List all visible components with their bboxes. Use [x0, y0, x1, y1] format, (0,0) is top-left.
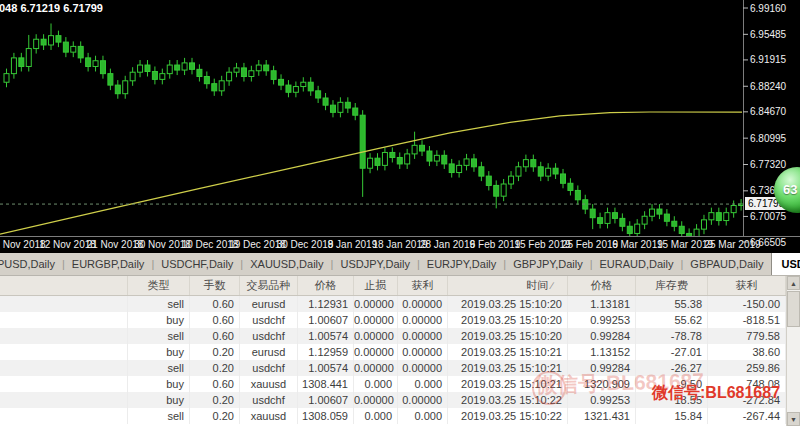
cell: -78.78	[636, 328, 708, 344]
tab-usdcnh-daily[interactable]: USDCNH,Daily	[771, 253, 800, 275]
cell: 15.84	[636, 408, 708, 424]
table-row[interactable]: buy0.20eurusd1.129590.000000.000002019.0…	[0, 344, 800, 360]
cell: 1.00607	[298, 392, 354, 408]
cell: buy	[128, 344, 190, 360]
cell: 1321.431	[568, 408, 636, 424]
candles-layer	[4, 23, 744, 246]
tab-gbpjpy-daily[interactable]: GBPJPY,Daily	[506, 253, 590, 275]
cell	[0, 408, 128, 424]
cell: 0.00000	[354, 392, 398, 408]
tab-usdjpy-daily[interactable]: USDJPY,Daily	[333, 253, 417, 275]
badge-count: 63	[783, 182, 797, 197]
cell: 0.00000	[398, 312, 448, 328]
cell: 0.60	[190, 376, 240, 392]
cell: -818.51	[708, 312, 786, 328]
tab-gbpaud-daily[interactable]: GBPAUD,Daily	[683, 253, 770, 275]
chart-tabs: GBPUSD,Daily|EURGBP,Daily|USDCHF,Daily|X…	[0, 253, 800, 275]
chart-tabbar: GBPUSD,Daily|EURGBP,Daily|USDCHF,Daily|X…	[0, 253, 800, 276]
scrollbar-thumb[interactable]	[787, 291, 800, 327]
svg-text:6.80995: 6.80995	[750, 133, 787, 144]
cell: 0.60	[190, 296, 240, 312]
column-header-止损[interactable]: 止损	[354, 276, 398, 295]
cell: 0.00000	[354, 344, 398, 360]
cell: 259.86	[708, 360, 786, 376]
svg-text:28 Jan 2019: 28 Jan 2019	[420, 239, 475, 250]
cell: 55.62	[636, 312, 708, 328]
tab-eurjpy-daily[interactable]: EURJPY,Daily	[420, 253, 504, 275]
svg-text:9 Jan 2019: 9 Jan 2019	[328, 239, 378, 250]
column-header-交易品种[interactable]: 交易品种	[240, 276, 298, 295]
cell: 0.00000	[398, 360, 448, 376]
cell: sell	[128, 296, 190, 312]
scrollbar-up-icon[interactable]: ▲	[787, 276, 800, 290]
cell: 1.00574	[298, 328, 354, 344]
table-scrollbar[interactable]: ▲ ▼	[786, 276, 800, 426]
cell: 2019.03.25 15:10:21	[448, 344, 568, 360]
column-header-获利[interactable]: 获利	[398, 276, 448, 295]
column-header-手数[interactable]: 手数	[190, 276, 240, 295]
cell: 0.60	[190, 312, 240, 328]
cell: 55.38	[636, 296, 708, 312]
svg-text:6 Mar 2019: 6 Mar 2019	[612, 239, 663, 250]
cell: 779.58	[708, 328, 786, 344]
mt4-window: 6.991606.954856.919156.882406.846706.809…	[0, 0, 800, 426]
table-header-row: 类型手数交易品种价格止损获利时间∕价格库存费获利	[0, 276, 800, 296]
cell: eurusd	[240, 344, 298, 360]
column-header-价格[interactable]: 价格	[298, 276, 354, 295]
sort-indicator-icon: ∕	[551, 280, 553, 291]
cell	[0, 392, 128, 408]
ohlc-title: 048 6.71219 6.71799	[0, 2, 103, 14]
tab-usdchf-daily[interactable]: USDCHF,Daily	[154, 253, 240, 275]
cell: 0.000	[354, 408, 398, 424]
cell: 0.60	[190, 328, 240, 344]
table-row[interactable]: buy0.60usdchf1.006070.000000.000002019.0…	[0, 312, 800, 328]
cell: xauusd	[240, 376, 298, 392]
svg-text:25 Mar 2019: 25 Mar 2019	[704, 239, 761, 250]
column-header-库存费[interactable]: 库存费	[636, 276, 708, 295]
cell	[0, 296, 128, 312]
cell: 0.00000	[354, 312, 398, 328]
table-row[interactable]: sell0.60eurusd1.129310.000000.000002019.…	[0, 296, 800, 312]
cell: usdchf	[240, 392, 298, 408]
cell: buy	[128, 376, 190, 392]
column-header-blank	[0, 276, 128, 295]
column-header-时间[interactable]: 时间∕	[448, 276, 568, 295]
cell: buy	[128, 392, 190, 408]
cell: 0.20	[190, 408, 240, 424]
table-body: sell0.60eurusd1.129310.000000.000002019.…	[0, 296, 800, 424]
cell: xauusd	[240, 408, 298, 424]
svg-text:6.70075: 6.70075	[750, 211, 787, 222]
column-header-获利[interactable]: 获利	[708, 276, 786, 295]
cell: 0.00000	[398, 328, 448, 344]
cell: eurusd	[240, 296, 298, 312]
svg-text:25 Feb 2019: 25 Feb 2019	[562, 239, 619, 250]
cell: -27.01	[636, 344, 708, 360]
scrollbar-down-icon[interactable]: ▼	[787, 412, 800, 426]
svg-text:6 Feb 2019: 6 Feb 2019	[470, 239, 521, 250]
column-header-类型[interactable]: 类型	[128, 276, 190, 295]
cell: 0.00000	[398, 344, 448, 360]
chart-canvas[interactable]: 6.991606.954856.919156.882406.846706.809…	[0, 0, 800, 253]
cell: 0.20	[190, 392, 240, 408]
cell: 2019.03.25 15:10:22	[448, 408, 568, 424]
cell: 1.13181	[568, 296, 636, 312]
table-row[interactable]: sell0.20xauusd1308.0590.0000.0002019.03.…	[0, 408, 800, 424]
moving-average-line	[0, 112, 742, 234]
tab-gbpusd-daily[interactable]: GBPUSD,Daily	[0, 253, 62, 275]
cell	[0, 344, 128, 360]
cell: 38.60	[708, 344, 786, 360]
tab-eurgbp-daily[interactable]: EURGBP,Daily	[65, 253, 152, 275]
cell: 0.00000	[398, 392, 448, 408]
cell: 0.99284	[568, 328, 636, 344]
cell: sell	[128, 328, 190, 344]
table-row[interactable]: sell0.60usdchf1.005740.000000.000002019.…	[0, 328, 800, 344]
tab-xauusd-daily[interactable]: XAUUSD,Daily	[243, 253, 330, 275]
cell: usdchf	[240, 360, 298, 376]
cell	[0, 376, 128, 392]
svg-text:6.77320: 6.77320	[750, 159, 787, 170]
tab-euraud-daily[interactable]: EURAUD,Daily	[593, 253, 681, 275]
cell: 1.00574	[298, 360, 354, 376]
axes-layer: 6.991606.954856.919156.882406.846706.809…	[0, 0, 800, 250]
svg-text:6.88240: 6.88240	[750, 81, 787, 92]
column-header-价格[interactable]: 价格	[568, 276, 636, 295]
